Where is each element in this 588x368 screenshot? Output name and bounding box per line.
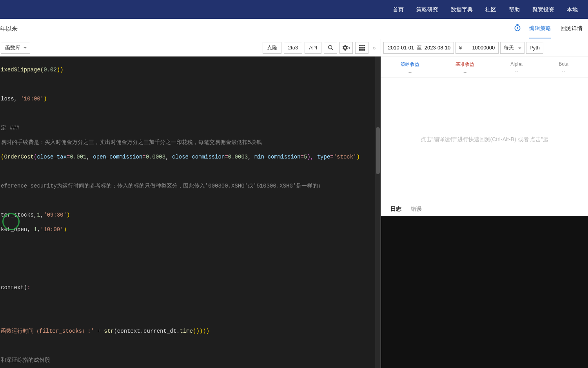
code-text: )	[67, 212, 70, 218]
code-text: 函数运行时间（filter_stocks）:'	[1, 328, 94, 334]
editor-toolbar: 函数库 克隆 2to3 API ▾ »	[0, 39, 381, 56]
code-text: min_commission	[254, 154, 301, 160]
collapse-right-icon[interactable]: »	[371, 44, 377, 51]
svg-rect-8	[359, 49, 361, 51]
code-text: '09:30'	[44, 212, 67, 218]
code-text: '10:00'	[20, 96, 44, 102]
code-text: )	[64, 226, 67, 233]
code-text: OrderCost	[4, 154, 34, 160]
date-from-input[interactable]	[387, 45, 415, 51]
nav-help[interactable]: 帮助	[503, 0, 526, 19]
metric-benchmark-return: 基准收益--	[456, 61, 474, 75]
tab-backtest-detail[interactable]: 回测详情	[561, 20, 583, 38]
code-text: 0.0003	[146, 154, 165, 160]
code-text: close_commission	[172, 154, 225, 160]
2to3-button[interactable]: 2to3	[284, 42, 302, 54]
nav-local[interactable]: 本地	[561, 0, 584, 19]
code-text: close_tax	[37, 154, 67, 160]
cash-input-box[interactable]: ¥	[456, 42, 499, 54]
code-text: )	[206, 328, 209, 334]
code-text: open_commission	[93, 154, 142, 160]
log-output[interactable]	[381, 216, 588, 368]
metric-value: --	[559, 68, 568, 74]
code-text: 1	[37, 212, 40, 218]
code-text: :	[27, 284, 30, 291]
nav-home[interactable]: 首页	[387, 0, 410, 19]
code-text: context)	[1, 284, 27, 291]
code-comment: eference_security为运行时间的参考标的；传入的标的只做种类区分，…	[1, 183, 323, 189]
svg-rect-4	[363, 45, 365, 46]
clone-button[interactable]: 克隆	[263, 42, 281, 54]
code-text: (context.current_dt.	[114, 328, 180, 334]
code-comment: 易时的手续费是：买入时佣金万分之三，卖出时佣金万分之三加千分之一印花税，每笔交易…	[1, 139, 262, 146]
code-text: ket_open,	[1, 226, 34, 233]
svg-point-1	[328, 46, 332, 49]
code-text: =	[330, 154, 333, 160]
language-select[interactable]: Pyth	[526, 42, 543, 54]
currency-icon: ¥	[459, 45, 464, 51]
code-text: ,	[86, 154, 93, 160]
function-library-dropdown[interactable]: 函数库	[1, 42, 30, 54]
editor-scrollbar[interactable]	[375, 56, 381, 368]
svg-rect-10	[363, 49, 365, 51]
code-text: ),	[307, 154, 317, 160]
code-text: =	[225, 154, 228, 160]
code-text: 0.0003	[228, 154, 248, 160]
timer-icon[interactable]	[514, 24, 521, 34]
svg-rect-7	[363, 47, 365, 49]
nav-community[interactable]: 社区	[479, 0, 503, 19]
tab-edit-strategy[interactable]: 编辑策略	[529, 20, 551, 38]
code-text: ixedSlippage(	[1, 67, 44, 73]
code-text: )	[44, 96, 47, 102]
metric-value: --	[456, 69, 474, 75]
date-to-input[interactable]	[423, 45, 452, 51]
date-sep-label: 至	[415, 44, 423, 51]
nav-joinquant-invest[interactable]: 聚宽投资	[526, 0, 561, 19]
code-comment: 定 ###	[1, 125, 20, 131]
tab-error[interactable]: 错误	[411, 206, 422, 216]
metric-value: --	[401, 69, 419, 75]
date-range-input[interactable]: 至	[383, 42, 454, 54]
code-text: ()))	[193, 328, 206, 334]
code-text: loss,	[1, 96, 20, 102]
code-text: )	[357, 154, 360, 160]
code-text: =	[142, 154, 145, 160]
code-text: ter_stocks,	[1, 212, 37, 218]
search-button[interactable]	[324, 42, 337, 54]
tab-log[interactable]: 日志	[390, 206, 401, 216]
code-comment: 和深证综指的成份股	[1, 357, 50, 363]
code-text: str	[104, 328, 114, 334]
nav-strategy-research[interactable]: 策略研究	[410, 0, 445, 19]
code-editor[interactable]: ixedSlippage(0.02)) loss, '10:00') 定 ###…	[0, 56, 381, 368]
backtest-params: 至 ¥ 每天 Pyth	[381, 39, 588, 56]
code-text: 0.001	[70, 154, 86, 160]
settings-button[interactable]: ▾	[339, 42, 353, 54]
code-text: =	[301, 154, 304, 160]
grid-button[interactable]	[355, 42, 368, 54]
code-text: 0.02	[44, 67, 57, 73]
code-text: time	[180, 328, 193, 334]
frequency-select[interactable]: 每天	[500, 42, 524, 54]
code-text: '10:00'	[40, 226, 64, 233]
metric-strategy-return: 策略收益--	[401, 61, 419, 75]
cash-input[interactable]	[464, 45, 495, 51]
editor-pane: 函数库 克隆 2to3 API ▾ » ixedSlippage(0.02)) …	[0, 39, 381, 368]
svg-rect-2	[359, 45, 361, 46]
code-text: ,	[40, 212, 44, 218]
scrollbar-thumb[interactable]	[376, 127, 380, 174]
svg-rect-6	[361, 47, 363, 49]
code-text: 'stock'	[334, 154, 357, 160]
api-button[interactable]: API	[305, 42, 321, 54]
page-title-suffix: 年以来	[0, 25, 18, 33]
svg-rect-5	[359, 47, 361, 49]
metric-value: --	[510, 68, 523, 74]
metric-alpha: Alpha--	[510, 61, 523, 75]
nav-data-dict[interactable]: 数据字典	[445, 0, 479, 19]
code-text: ,	[37, 226, 40, 233]
metric-label: Beta	[559, 61, 568, 67]
log-panel: 日志 错误	[381, 202, 588, 368]
result-pane: 至 ¥ 每天 Pyth 策略收益-- 基准收益-- Alpha-- Beta--…	[381, 39, 588, 368]
svg-rect-3	[361, 45, 363, 46]
code-text: +	[94, 328, 104, 334]
metric-label: 基准收益	[456, 61, 474, 68]
